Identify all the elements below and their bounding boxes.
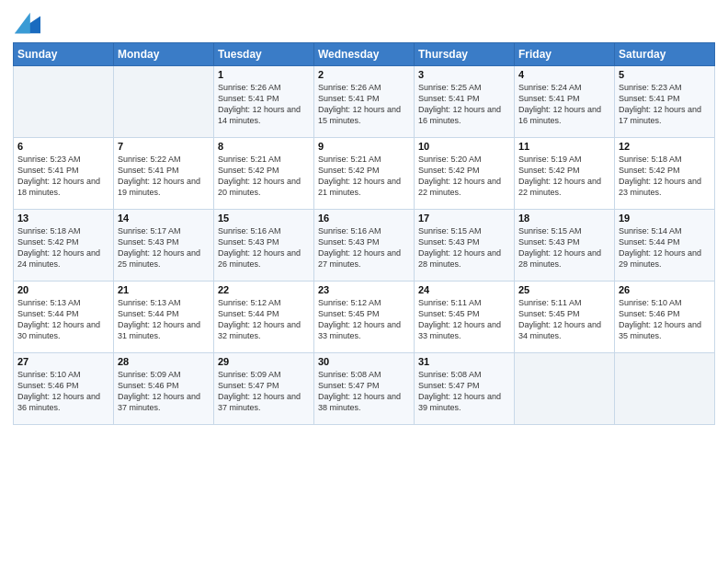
day-number: 31: [418, 356, 510, 367]
day-info: Sunrise: 5:22 AMSunset: 5:41 PMDaylight:…: [118, 154, 210, 199]
calendar-cell: 6Sunrise: 5:23 AMSunset: 5:41 PMDaylight…: [14, 138, 114, 210]
calendar-cell: 7Sunrise: 5:22 AMSunset: 5:41 PMDaylight…: [114, 138, 214, 210]
day-number: 18: [518, 213, 610, 224]
calendar-cell: 29Sunrise: 5:09 AMSunset: 5:47 PMDayligh…: [214, 353, 314, 425]
calendar-cell: [615, 353, 715, 425]
day-info: Sunrise: 5:15 AMSunset: 5:43 PMDaylight:…: [518, 225, 610, 270]
calendar-cell: 8Sunrise: 5:21 AMSunset: 5:42 PMDaylight…: [214, 138, 314, 210]
day-info: Sunrise: 5:10 AMSunset: 5:46 PMDaylight:…: [17, 369, 109, 414]
calendar-cell: [14, 66, 114, 138]
logo: [13, 9, 40, 35]
weekday-header: Thursday: [415, 43, 515, 66]
calendar-body: 1Sunrise: 5:26 AMSunset: 5:41 PMDaylight…: [14, 66, 715, 425]
weekday-header: Friday: [515, 43, 615, 66]
day-number: 1: [218, 69, 310, 80]
day-number: 15: [218, 213, 310, 224]
calendar-table: SundayMondayTuesdayWednesdayThursdayFrid…: [13, 42, 715, 425]
day-number: 4: [518, 69, 610, 80]
day-number: 3: [418, 69, 510, 80]
day-number: 27: [17, 356, 109, 367]
calendar-cell: 2Sunrise: 5:26 AMSunset: 5:41 PMDaylight…: [314, 66, 415, 138]
calendar-cell: 18Sunrise: 5:15 AMSunset: 5:43 PMDayligh…: [515, 210, 615, 282]
day-number: 17: [418, 213, 510, 224]
day-number: 23: [318, 284, 410, 295]
day-number: 7: [118, 141, 210, 152]
calendar-cell: 10Sunrise: 5:20 AMSunset: 5:42 PMDayligh…: [415, 138, 515, 210]
day-info: Sunrise: 5:12 AMSunset: 5:44 PMDaylight:…: [218, 297, 310, 342]
day-number: 12: [619, 141, 711, 152]
day-info: Sunrise: 5:25 AMSunset: 5:41 PMDaylight:…: [418, 82, 510, 127]
calendar-cell: 25Sunrise: 5:11 AMSunset: 5:45 PMDayligh…: [515, 282, 615, 353]
day-number: 14: [118, 213, 210, 224]
calendar-cell: 16Sunrise: 5:16 AMSunset: 5:43 PMDayligh…: [314, 210, 415, 282]
day-info: Sunrise: 5:20 AMSunset: 5:42 PMDaylight:…: [418, 154, 510, 199]
calendar-cell: 13Sunrise: 5:18 AMSunset: 5:42 PMDayligh…: [14, 210, 114, 282]
calendar-cell: 15Sunrise: 5:16 AMSunset: 5:43 PMDayligh…: [214, 210, 314, 282]
calendar-week-row: 27Sunrise: 5:10 AMSunset: 5:46 PMDayligh…: [14, 353, 715, 425]
day-number: 20: [17, 284, 109, 295]
day-number: 19: [619, 213, 711, 224]
calendar-week-row: 13Sunrise: 5:18 AMSunset: 5:42 PMDayligh…: [14, 210, 715, 282]
day-info: Sunrise: 5:21 AMSunset: 5:42 PMDaylight:…: [218, 154, 310, 199]
calendar-cell: 20Sunrise: 5:13 AMSunset: 5:44 PMDayligh…: [14, 282, 114, 353]
weekday-header: Monday: [114, 43, 214, 66]
weekday-header: Wednesday: [314, 43, 415, 66]
calendar-cell: 12Sunrise: 5:18 AMSunset: 5:42 PMDayligh…: [615, 138, 715, 210]
day-number: 30: [318, 356, 410, 367]
calendar-cell: 9Sunrise: 5:21 AMSunset: 5:42 PMDaylight…: [314, 138, 415, 210]
day-info: Sunrise: 5:08 AMSunset: 5:47 PMDaylight:…: [418, 369, 510, 414]
day-number: 16: [318, 213, 410, 224]
day-info: Sunrise: 5:26 AMSunset: 5:41 PMDaylight:…: [318, 82, 410, 127]
day-number: 2: [318, 69, 410, 80]
day-number: 11: [518, 141, 610, 152]
calendar-cell: 14Sunrise: 5:17 AMSunset: 5:43 PMDayligh…: [114, 210, 214, 282]
day-number: 29: [218, 356, 310, 367]
day-info: Sunrise: 5:11 AMSunset: 5:45 PMDaylight:…: [418, 297, 510, 342]
day-info: Sunrise: 5:15 AMSunset: 5:43 PMDaylight:…: [418, 225, 510, 270]
day-info: Sunrise: 5:23 AMSunset: 5:41 PMDaylight:…: [17, 154, 109, 199]
weekday-header: Sunday: [14, 43, 114, 66]
page-header: [13, 9, 715, 35]
day-info: Sunrise: 5:16 AMSunset: 5:43 PMDaylight:…: [218, 225, 310, 270]
day-info: Sunrise: 5:13 AMSunset: 5:44 PMDaylight:…: [118, 297, 210, 342]
calendar-cell: 4Sunrise: 5:24 AMSunset: 5:41 PMDaylight…: [515, 66, 615, 138]
day-info: Sunrise: 5:26 AMSunset: 5:41 PMDaylight:…: [218, 82, 310, 127]
day-info: Sunrise: 5:18 AMSunset: 5:42 PMDaylight:…: [17, 225, 109, 270]
day-number: 8: [218, 141, 310, 152]
day-number: 24: [418, 284, 510, 295]
day-info: Sunrise: 5:08 AMSunset: 5:47 PMDaylight:…: [318, 369, 410, 414]
weekday-header: Saturday: [615, 43, 715, 66]
day-info: Sunrise: 5:24 AMSunset: 5:41 PMDaylight:…: [518, 82, 610, 127]
calendar-cell: [515, 353, 615, 425]
calendar-cell: 3Sunrise: 5:25 AMSunset: 5:41 PMDaylight…: [415, 66, 515, 138]
day-number: 21: [118, 284, 210, 295]
calendar-cell: 22Sunrise: 5:12 AMSunset: 5:44 PMDayligh…: [214, 282, 314, 353]
day-number: 28: [118, 356, 210, 367]
calendar-cell: 24Sunrise: 5:11 AMSunset: 5:45 PMDayligh…: [415, 282, 515, 353]
logo-icon: [15, 9, 40, 35]
calendar-cell: 11Sunrise: 5:19 AMSunset: 5:42 PMDayligh…: [515, 138, 615, 210]
calendar-week-row: 20Sunrise: 5:13 AMSunset: 5:44 PMDayligh…: [14, 282, 715, 353]
calendar-cell: 23Sunrise: 5:12 AMSunset: 5:45 PMDayligh…: [314, 282, 415, 353]
day-info: Sunrise: 5:14 AMSunset: 5:44 PMDaylight:…: [619, 225, 711, 270]
calendar-cell: 30Sunrise: 5:08 AMSunset: 5:47 PMDayligh…: [314, 353, 415, 425]
day-info: Sunrise: 5:10 AMSunset: 5:46 PMDaylight:…: [619, 297, 711, 342]
calendar-header: SundayMondayTuesdayWednesdayThursdayFrid…: [14, 43, 715, 66]
day-number: 9: [318, 141, 410, 152]
day-number: 26: [619, 284, 711, 295]
calendar-cell: 26Sunrise: 5:10 AMSunset: 5:46 PMDayligh…: [615, 282, 715, 353]
day-number: 22: [218, 284, 310, 295]
day-info: Sunrise: 5:21 AMSunset: 5:42 PMDaylight:…: [318, 154, 410, 199]
calendar-week-row: 1Sunrise: 5:26 AMSunset: 5:41 PMDaylight…: [14, 66, 715, 138]
day-info: Sunrise: 5:13 AMSunset: 5:44 PMDaylight:…: [17, 297, 109, 342]
calendar-cell: 28Sunrise: 5:09 AMSunset: 5:46 PMDayligh…: [114, 353, 214, 425]
day-info: Sunrise: 5:09 AMSunset: 5:47 PMDaylight:…: [218, 369, 310, 414]
calendar-cell: 5Sunrise: 5:23 AMSunset: 5:41 PMDaylight…: [615, 66, 715, 138]
calendar-cell: 27Sunrise: 5:10 AMSunset: 5:46 PMDayligh…: [14, 353, 114, 425]
day-info: Sunrise: 5:16 AMSunset: 5:43 PMDaylight:…: [318, 225, 410, 270]
day-info: Sunrise: 5:17 AMSunset: 5:43 PMDaylight:…: [118, 225, 210, 270]
day-number: 25: [518, 284, 610, 295]
day-info: Sunrise: 5:23 AMSunset: 5:41 PMDaylight:…: [619, 82, 711, 127]
weekday-header: Tuesday: [214, 43, 314, 66]
calendar-cell: 21Sunrise: 5:13 AMSunset: 5:44 PMDayligh…: [114, 282, 214, 353]
